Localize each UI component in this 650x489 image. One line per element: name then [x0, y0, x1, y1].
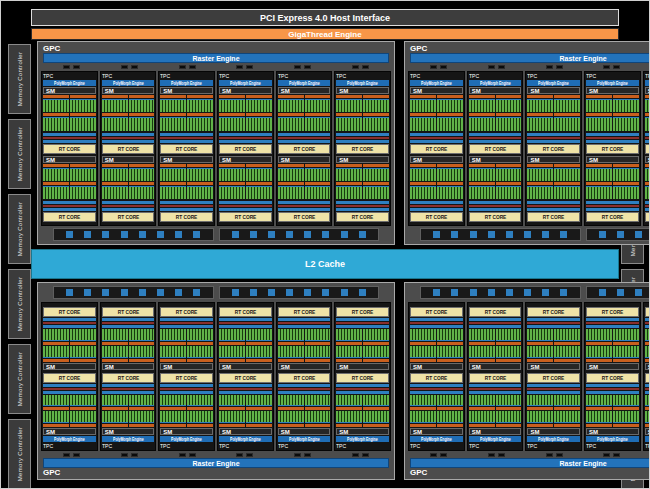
rt-core-bar: RT CORE: [102, 144, 155, 154]
warp-scheduler-bar: [102, 424, 128, 427]
sm-processing-column: [613, 164, 639, 201]
tpc-block: TPCPolyMorph EngineSMRT CORESMRT CORE: [158, 302, 215, 451]
connector-plug-icon: [179, 65, 186, 69]
l1-cache-bar: [527, 133, 580, 136]
l1-cache-bar: [160, 133, 213, 136]
cuda-core-block: [410, 99, 436, 112]
cuda-core-block: [645, 117, 650, 130]
cuda-core-block: [554, 329, 580, 341]
warp-scheduler-bar: [43, 342, 69, 345]
cuda-core-block: [336, 395, 362, 407]
sm-core-area: [336, 395, 389, 429]
cuda-core-block: [278, 346, 304, 358]
sm-processing-column: [336, 395, 362, 429]
l1-cache-bar: [527, 318, 580, 321]
cuda-core-block: [70, 411, 96, 423]
tpc-block: TPCPolyMorph EngineSMRT CORESMRT CORE: [525, 71, 582, 226]
warp-scheduler-bar: [160, 113, 186, 116]
l1-cache-bar: [278, 201, 331, 204]
tpc-block: TPCPolyMorph EngineSMRT CORESMRT CORE: [643, 71, 650, 226]
sm-label: SM: [160, 363, 213, 370]
l1-cache-bar: [160, 318, 213, 321]
cuda-core-block: [437, 99, 463, 112]
rt-core-bar: RT CORE: [527, 144, 580, 154]
warp-scheduler-bar: [613, 95, 639, 98]
l1-cache-bar: [219, 208, 272, 211]
rt-core-bar: RT CORE: [586, 373, 639, 383]
polymorph-engine-label: PolyMorph Engine: [480, 81, 511, 86]
sm-processing-column: [278, 164, 304, 201]
cuda-core-block: [437, 186, 463, 199]
warp-scheduler-bar: [160, 359, 186, 362]
texture-unit-bar: [219, 205, 272, 207]
tpc-row: TPCPolyMorph EngineSMRT CORESMRT CORETPC…: [41, 302, 391, 451]
l1-cache-bar: [43, 384, 96, 387]
texture-unit-bar: [102, 137, 155, 139]
l1-cache-bar: [219, 318, 272, 321]
sm-processing-column: [363, 329, 389, 363]
cuda-core-block: [246, 395, 272, 407]
l2-port: [635, 231, 642, 238]
sm-processing-column: [645, 395, 650, 429]
warp-scheduler-bar: [527, 407, 553, 410]
rt-core-label: RT CORE: [426, 215, 448, 220]
cuda-core-block: [102, 117, 128, 130]
cuda-core-block: [219, 411, 245, 423]
cuda-core-block: [586, 99, 612, 112]
sm-label: SM: [410, 156, 463, 163]
rt-core-bar: RT CORE: [219, 212, 272, 222]
tpc-block: TPCPolyMorph EngineSMRT CORESMRT CORE: [334, 71, 391, 226]
sm-label: SM: [219, 363, 272, 370]
sm-core-area: [160, 329, 213, 363]
cuda-core-block: [305, 346, 331, 358]
warp-scheduler-bar: [336, 164, 362, 167]
warp-scheduler-bar: [469, 182, 495, 185]
sm-block: SMRT CORE: [586, 372, 639, 436]
cuda-core-block: [160, 346, 186, 358]
warp-scheduler-bar: [305, 359, 331, 362]
rt-core-bar: RT CORE: [160, 307, 213, 317]
warp-scheduler-bar: [469, 359, 495, 362]
l2-port: [488, 231, 495, 238]
cuda-core-block: [410, 117, 436, 130]
sm-processing-column: [496, 329, 522, 363]
cuda-core-block: [305, 99, 331, 112]
polymorph-engine-bar: PolyMorph Engine: [278, 80, 331, 86]
memory-controller-bar: Memory Controller: [8, 119, 31, 189]
connector-icon: [236, 65, 253, 69]
cuda-core-block: [102, 346, 128, 358]
sm-label: SM: [469, 363, 522, 370]
sm-label: SM: [278, 156, 331, 163]
cuda-core-block: [586, 117, 612, 130]
sm-block: SMRT CORE: [645, 306, 650, 370]
tpc-label: TPC: [102, 443, 147, 448]
sm-processing-column: [586, 95, 612, 132]
sm-label: SM: [527, 428, 580, 435]
l1-cache-bar: [469, 318, 522, 321]
rt-core-label: RT CORE: [117, 310, 139, 315]
cuda-core-block: [160, 395, 186, 407]
warp-scheduler-bar: [160, 164, 186, 167]
sm-processing-column: [246, 329, 272, 363]
tpc-block: TPCPolyMorph EngineSMRT CORESMRT CORE: [100, 302, 157, 451]
texture-unit-bar: [43, 205, 96, 207]
rt-core-label: RT CORE: [352, 146, 374, 151]
sm-processing-column: [586, 164, 612, 201]
rt-core-bar: RT CORE: [586, 307, 639, 317]
sm-core-area: [102, 164, 155, 201]
rt-core-label: RT CORE: [117, 375, 139, 380]
sm-processing-column: [496, 395, 522, 429]
warp-scheduler-bar: [219, 407, 245, 410]
raster-engine-bar: Raster Engine: [410, 53, 650, 63]
l1-cache-bar: [336, 325, 389, 328]
sm-processing-column: [160, 95, 186, 132]
connector-icon: [63, 453, 80, 457]
l2-port: [451, 289, 458, 296]
warp-scheduler-bar: [43, 182, 69, 185]
cuda-core-block: [645, 411, 650, 423]
cuda-core-block: [363, 411, 389, 423]
l1-cache-bar: [102, 391, 155, 394]
sm-processing-column: [43, 95, 69, 132]
sm-block: SMRT CORE: [410, 306, 463, 370]
warp-scheduler-bar: [469, 164, 495, 167]
